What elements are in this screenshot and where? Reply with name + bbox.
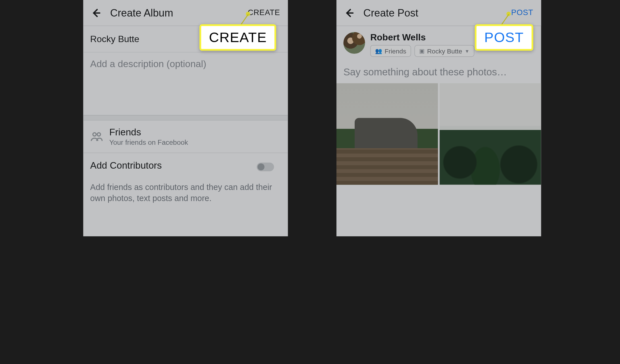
privacy-row[interactable]: Friends Your friends on Facebook [83,121,288,153]
friends-icon: 👥 [375,48,382,54]
user-name: Robert Wells [370,32,474,43]
back-icon[interactable] [91,8,102,18]
chevron-down-icon: ▼ [465,48,470,53]
callout-post: POST [475,24,533,51]
post-button[interactable]: POST [511,8,533,17]
contributors-description: Add friends as contributors and they can… [90,182,281,204]
page-title: Create Post [363,7,511,19]
audience-label: Friends [385,47,406,55]
privacy-label: Friends [109,127,188,138]
friends-icon [90,130,103,143]
page-title: Create Album [110,7,248,19]
photo-1[interactable] [336,83,438,185]
album-chip[interactable]: ▣ Rocky Butte ▼ [414,45,474,57]
create-button[interactable]: CREATE [248,8,280,17]
contributors-section: Add Contributors Add friends as contribu… [83,153,288,213]
photo-strip [336,83,541,185]
avatar[interactable] [343,32,365,54]
header-album: Create Album CREATE [83,0,288,26]
contributors-toggle[interactable] [257,163,274,171]
svg-point-0 [93,133,96,136]
album-label: Rocky Butte [427,47,462,55]
section-divider [83,115,288,121]
caption-input[interactable]: Say something about these photos… [336,57,541,83]
callout-create: CREATE [199,24,276,51]
back-icon[interactable] [344,8,355,18]
svg-point-1 [97,133,100,136]
privacy-subtitle: Your friends on Facebook [109,139,188,146]
album-icon: ▣ [419,48,424,54]
album-description-input[interactable]: Add a description (optional) [83,52,288,115]
contributors-label: Add Contributors [90,160,162,171]
photo-2[interactable] [440,83,541,185]
audience-chip[interactable]: 👥 Friends [370,45,411,57]
